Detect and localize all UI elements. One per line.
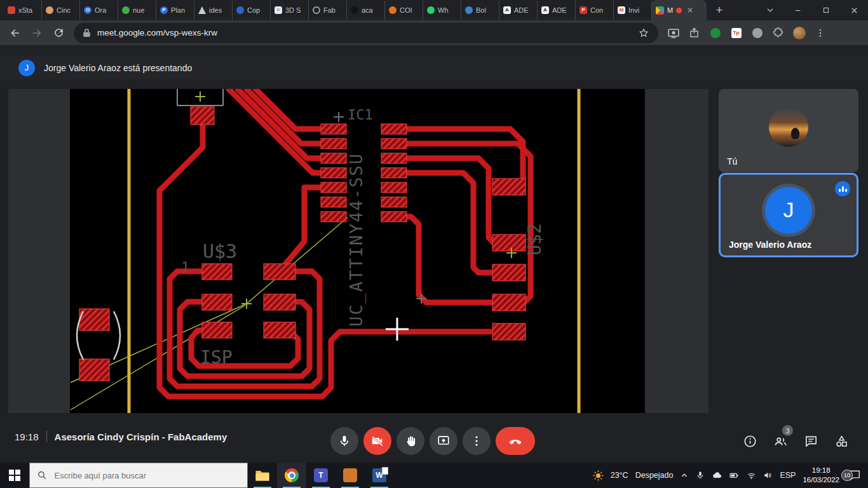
action-center-button[interactable]: 10: [846, 468, 863, 482]
extension-green-icon[interactable]: [705, 23, 725, 43]
browser-tab[interactable]: OOra: [80, 1, 118, 20]
self-avatar: [769, 107, 808, 147]
browser-tab[interactable]: Bol: [461, 1, 499, 20]
browser-tab-meet-active[interactable]: M: [652, 0, 707, 20]
tab-title: M: [667, 6, 673, 14]
camera-off-icon: [370, 434, 384, 448]
address-bar[interactable]: meet.google.com/vsp-wexs-krw: [74, 23, 658, 43]
browser-tab[interactable]: ≡3D S: [271, 1, 309, 20]
taskbar-app-word[interactable]: W: [365, 463, 394, 488]
tab-title: Plan: [171, 6, 190, 14]
bookmark-star-icon[interactable]: [638, 27, 649, 39]
more-options-button[interactable]: [463, 427, 491, 455]
extensions-puzzle-icon[interactable]: [768, 23, 788, 43]
taskbar-app-eagle[interactable]: [336, 463, 365, 488]
browser-tab[interactable]: nue: [118, 1, 156, 20]
tab-capture-indicator-icon[interactable]: [663, 23, 683, 43]
windows-taskbar: T W 23°C Despejado ESP 19:18 16/03/2022: [0, 463, 868, 488]
tab-search-chevron-icon[interactable]: [756, 0, 784, 20]
taskbar-search[interactable]: [29, 463, 248, 488]
document-page-icon: [382, 467, 388, 475]
tray-onedrive-icon[interactable]: [712, 471, 722, 480]
browser-tab[interactable]: ides: [194, 1, 233, 20]
end-call-button[interactable]: [496, 427, 535, 455]
close-window-button[interactable]: [840, 0, 868, 20]
academy-favicon: [351, 6, 358, 14]
raise-hand-button[interactable]: [397, 427, 424, 455]
participants-count-badge: 3: [782, 425, 793, 436]
taskbar-app-file-explorer[interactable]: [248, 463, 277, 488]
shared-screen-pcb: IC1 UC_ATTINY44-SSU U$3 1 ISP U$2: [8, 89, 709, 413]
activities-button[interactable]: [827, 427, 856, 455]
tab-title: ides: [209, 6, 228, 14]
recording-indicator-icon: [676, 8, 682, 13]
tab-title: COI: [400, 6, 419, 14]
forward-button[interactable]: [27, 23, 47, 43]
microphone-icon: [337, 434, 351, 448]
browser-tab[interactable]: Wh: [423, 1, 461, 20]
eagle-icon: [343, 468, 357, 482]
tray-microphone-icon[interactable]: [696, 471, 705, 480]
reload-button[interactable]: [48, 23, 69, 43]
participant-tile-presenter[interactable]: J Jorge Valerio Araoz: [719, 173, 858, 257]
browser-tab[interactable]: MInvi: [614, 1, 652, 20]
tray-wifi-icon[interactable]: [747, 471, 756, 480]
weather-temp[interactable]: 23°C: [611, 471, 628, 480]
language-indicator[interactable]: ESP: [780, 471, 796, 480]
search-input[interactable]: [53, 470, 240, 481]
adex-favicon: A: [503, 6, 511, 14]
extension-gray-icon[interactable]: [747, 23, 767, 43]
browser-tab[interactable]: Cop: [233, 1, 271, 20]
whatsapp-favicon: [427, 6, 435, 14]
minimize-button[interactable]: [784, 0, 812, 20]
hand-icon: [403, 434, 417, 448]
share-icon[interactable]: [684, 23, 704, 43]
meeting-time: 19:18: [15, 431, 39, 442]
tray-chevron-up-icon[interactable]: [680, 471, 689, 480]
weather-sun-icon: [593, 470, 604, 481]
cinca-favicon: [46, 6, 53, 14]
tab-title: nue: [133, 6, 152, 14]
tab-title: ADE: [514, 6, 533, 14]
start-button[interactable]: [0, 463, 29, 488]
browser-menu-kebab-icon[interactable]: [810, 23, 830, 43]
chip-label: UC_ATTINY44-SSU: [346, 152, 367, 327]
tab-close-icon[interactable]: [685, 5, 695, 15]
browser-tab[interactable]: AADE: [499, 1, 538, 20]
browser-tab[interactable]: aca: [347, 1, 385, 20]
extension-tp-icon[interactable]: Tp: [726, 23, 746, 43]
copernic-favicon: [236, 6, 244, 14]
end-call-icon: [508, 433, 523, 449]
tray-volume-icon[interactable]: [763, 471, 773, 480]
browser-tab[interactable]: COI: [385, 1, 423, 20]
camera-off-button[interactable]: [363, 427, 391, 455]
new-tab-button[interactable]: +: [710, 1, 728, 19]
browser-tab[interactable]: xSta: [4, 1, 42, 20]
profile-avatar[interactable]: [789, 23, 809, 43]
participants-button[interactable]: 3: [766, 427, 795, 455]
participant-tile-self[interactable]: Tú: [719, 89, 858, 172]
meeting-details-button[interactable]: [735, 427, 764, 455]
taskbar-app-teams[interactable]: T: [306, 463, 336, 488]
tray-battery-icon[interactable]: [729, 471, 740, 480]
browser-tab[interactable]: PPlan: [156, 1, 194, 20]
chat-button[interactable]: [796, 427, 825, 455]
word-icon: W: [372, 468, 386, 482]
windows-logo-icon: [9, 470, 20, 481]
fab-favicon: [313, 6, 320, 14]
maximize-button[interactable]: [812, 0, 840, 20]
browser-tab[interactable]: AADE: [538, 1, 576, 20]
participant-name: Tú: [727, 156, 737, 166]
teams-icon: T: [314, 468, 328, 482]
planner-favicon: P: [160, 6, 168, 14]
present-screen-button[interactable]: [430, 427, 458, 455]
back-button[interactable]: [5, 23, 25, 43]
microphone-button[interactable]: [330, 427, 358, 455]
taskbar-app-chrome[interactable]: [277, 463, 306, 488]
browser-tab[interactable]: Fab: [309, 1, 347, 20]
taskbar-clock[interactable]: 19:18 16/03/2022: [803, 466, 839, 485]
browser-tab[interactable]: Cinc: [42, 1, 80, 20]
weather-desc[interactable]: Despejado: [635, 471, 674, 480]
browser-tab[interactable]: PCon: [576, 1, 614, 20]
info-icon: [743, 434, 757, 449]
